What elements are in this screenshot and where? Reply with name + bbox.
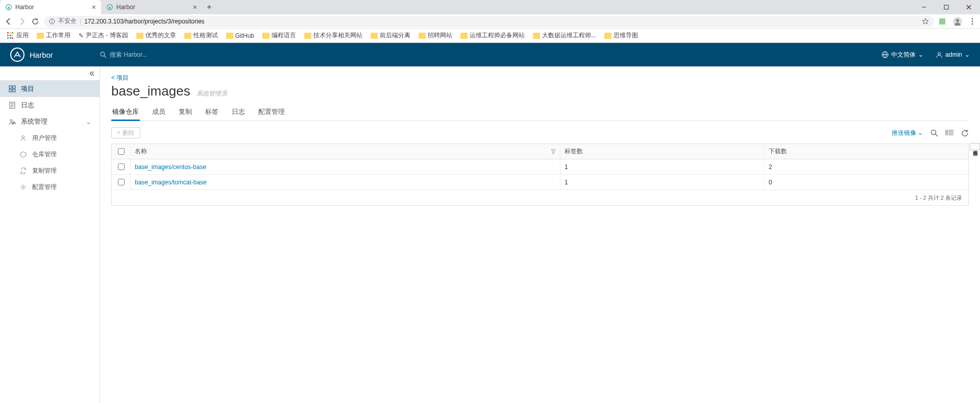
harbor-favicon-icon: [106, 4, 113, 11]
harbor-header: Harbor 搜索 Harbor... 中文简体 ⌄ admin ⌄: [0, 43, 980, 66]
bookmark-item[interactable]: 思维导图: [601, 30, 641, 41]
tab-members[interactable]: 成员: [151, 104, 166, 121]
sidebar-item-config[interactable]: 配置管理: [0, 179, 100, 195]
browser-menu-icon[interactable]: [969, 18, 976, 25]
browser-url-row: 不安全 | 172.200.3.103/harbor/projects/3/re…: [0, 14, 980, 29]
svg-point-32: [22, 135, 24, 138]
tab-title: Harbor: [116, 4, 135, 11]
harbor-logo[interactable]: Harbor: [10, 48, 89, 62]
globe-icon: [881, 51, 889, 58]
bookmark-item[interactable]: 性格测试: [181, 30, 221, 41]
svg-rect-23: [13, 86, 15, 88]
search-icon[interactable]: [930, 129, 938, 137]
chevron-down-icon: ⌄: [918, 129, 923, 136]
harbor-favicon-icon: [5, 4, 12, 11]
tab-config[interactable]: 配置管理: [257, 104, 286, 121]
col-name[interactable]: 名称: [135, 147, 147, 156]
language-selector[interactable]: 中文简体 ⌄: [881, 51, 923, 59]
filter-icon[interactable]: [551, 149, 556, 154]
toolbar: × 删除 推送镜像 ⌄: [111, 127, 969, 138]
bookmark-item[interactable]: 运维工程师必备网站: [457, 30, 528, 41]
svg-point-34: [931, 130, 936, 134]
event-log-tab[interactable]: 事件日志: [970, 143, 980, 150]
svg-line-35: [935, 134, 938, 136]
col-tags[interactable]: 标签数: [565, 147, 583, 156]
registry-icon: [19, 151, 27, 158]
view-toggle-icon[interactable]: [945, 129, 953, 137]
tab-replication[interactable]: 复制: [178, 104, 193, 121]
chevron-down-icon: ⌄: [86, 118, 91, 126]
harbor-search[interactable]: 搜索 Harbor...: [100, 51, 881, 59]
bookmark-item[interactable]: GitHub: [223, 31, 257, 40]
bookmark-item[interactable]: 工作常用: [34, 30, 74, 41]
sidebar-item-users[interactable]: 用户管理: [0, 130, 100, 146]
sidebar-item-admin[interactable]: 系统管理 ⌄: [0, 113, 100, 130]
users-icon: [19, 134, 27, 142]
browser-tab-inactive[interactable]: Harbor ×: [101, 0, 202, 14]
select-all-checkbox[interactable]: [118, 148, 125, 155]
col-pulls[interactable]: 下载数: [769, 147, 787, 156]
repo-link[interactable]: base_images/centos-base: [135, 163, 206, 171]
bookmark-item[interactable]: 编程语言: [259, 30, 299, 41]
folder-icon: [604, 33, 611, 39]
sidebar-collapse-button[interactable]: [0, 66, 100, 81]
table-header: 名称 标签数 下载数: [112, 144, 968, 159]
sidebar-item-replication[interactable]: 复制管理: [0, 162, 100, 179]
svg-rect-37: [945, 133, 947, 135]
close-icon[interactable]: ×: [193, 3, 197, 11]
refresh-button[interactable]: [961, 129, 969, 137]
sidebar-item-label: 系统管理: [21, 117, 47, 126]
new-tab-button[interactable]: +: [202, 0, 216, 14]
forward-button[interactable]: [17, 17, 27, 26]
bookmark-item[interactable]: ✎尹正杰 - 博客园: [76, 30, 131, 41]
folder-icon: [262, 33, 270, 39]
minimize-button[interactable]: [913, 0, 935, 14]
tab-repositories[interactable]: 镜像仓库: [111, 104, 140, 121]
folder-icon: [304, 33, 311, 39]
page-subtitle: 系统管理员: [197, 89, 227, 98]
search-placeholder: 搜索 Harbor...: [110, 51, 147, 59]
sidebar-item-registries[interactable]: 仓库管理: [0, 146, 100, 162]
close-icon[interactable]: ×: [92, 3, 96, 11]
bookmark-item[interactable]: 大数据运维工程师...: [530, 30, 599, 41]
svg-point-33: [22, 186, 24, 188]
row-checkbox[interactable]: [118, 179, 125, 185]
apps-button[interactable]: 应用: [4, 30, 32, 41]
close-window-button[interactable]: [958, 0, 980, 14]
sidebar-item-label: 项目: [21, 84, 34, 93]
push-label: 推送镜像: [892, 129, 916, 137]
browser-tabs-row: Harbor × Harbor × +: [0, 0, 980, 14]
main-content: < 项目 base_images 系统管理员 镜像仓库 成员 复制 标签 日志 …: [100, 66, 980, 403]
svg-point-8: [52, 19, 52, 20]
user-menu[interactable]: admin ⌄: [936, 51, 970, 58]
repo-link[interactable]: base_images/tomcat-base: [135, 179, 207, 186]
star-icon[interactable]: [922, 18, 929, 25]
back-button[interactable]: [4, 17, 13, 26]
svg-rect-25: [13, 89, 15, 92]
bookmark-item[interactable]: 前后端分离: [368, 30, 413, 41]
tab-logs[interactable]: 日志: [231, 104, 246, 121]
sidebar-item-projects[interactable]: 项目: [0, 81, 100, 97]
bookmark-item[interactable]: 技术分享相关网站: [301, 30, 365, 41]
bookmark-item[interactable]: 优秀的文章: [133, 30, 179, 41]
reload-button[interactable]: [31, 17, 40, 26]
browser-tab-active[interactable]: Harbor ×: [0, 0, 101, 14]
row-checkbox[interactable]: [118, 163, 125, 170]
push-image-dropdown[interactable]: 推送镜像 ⌄: [892, 129, 923, 137]
maximize-button[interactable]: [935, 0, 958, 14]
sidebar-item-label: 配置管理: [32, 183, 57, 192]
url-input[interactable]: 不安全 | 172.200.3.103/harbor/projects/3/re…: [44, 16, 934, 27]
extension-icon[interactable]: [938, 17, 946, 26]
delete-button[interactable]: × 删除: [111, 127, 140, 138]
sidebar: 项目 日志 系统管理 ⌄ 用户管理 仓库管理 复制管理: [0, 66, 100, 403]
delete-label: 删除: [122, 129, 135, 137]
sidebar-item-logs[interactable]: 日志: [0, 97, 100, 113]
svg-point-11: [956, 19, 959, 22]
user-avatar-icon[interactable]: [952, 16, 963, 27]
tab-title: Harbor: [15, 4, 34, 11]
chevron-down-icon: ⌄: [918, 51, 923, 58]
svg-line-17: [104, 56, 106, 58]
tab-labels[interactable]: 标签: [204, 104, 219, 121]
breadcrumb[interactable]: < 项目: [111, 74, 969, 82]
bookmark-item[interactable]: 招聘网站: [415, 30, 455, 41]
